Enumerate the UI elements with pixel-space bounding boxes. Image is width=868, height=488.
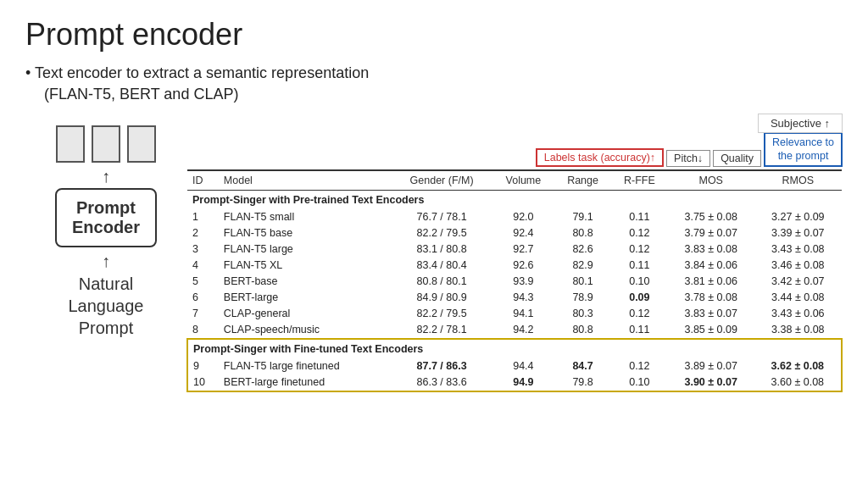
cell-id: 6: [187, 290, 219, 306]
cell-range: 82.6: [554, 241, 611, 258]
cell-rffe: 0.11: [611, 209, 668, 225]
cell-range: 79.8: [554, 374, 611, 391]
cell-mos: 3.89 ± 0.07: [668, 358, 754, 374]
cell-rmos: 3.43 ± 0.08: [754, 241, 842, 258]
cell-rmos: 3.38 ± 0.08: [754, 322, 842, 339]
cell-gender: 83.1 / 80.8: [392, 241, 492, 258]
cell-rffe: 0.12: [611, 241, 668, 258]
cell-id: 8: [187, 322, 219, 339]
cell-mos: 3.83 ± 0.08: [668, 241, 754, 258]
cell-rmos: 3.46 ± 0.08: [754, 258, 842, 274]
cell-volume: 92.0: [492, 209, 554, 225]
rect-box-3: [127, 125, 156, 163]
col-model: Model: [219, 170, 392, 191]
cell-rmos: 3.27 ± 0.09: [754, 209, 842, 225]
table-row: 3 FLAN-T5 large 83.1 / 80.8 92.7 82.6 0.…: [187, 241, 842, 258]
quality-annotation: Quality: [713, 150, 761, 167]
encoder-box: Prompt Encoder: [55, 188, 157, 247]
bullet1: • Text encoder to extract a semantic rep…: [25, 64, 843, 82]
cell-rmos: 3.60 ± 0.08: [754, 374, 842, 391]
cell-id: 3: [187, 241, 219, 258]
cell-model: FLAN-T5 large finetuned: [219, 358, 392, 374]
cell-mos: 3.90 ± 0.07: [668, 374, 754, 391]
cell-volume: 94.9: [492, 374, 554, 391]
cell-id: 1: [187, 209, 219, 225]
cell-model: FLAN-T5 base: [219, 225, 392, 241]
table-row: 2 FLAN-T5 base 82.2 / 79.5 92.4 80.8 0.1…: [187, 225, 842, 241]
cell-id: 7: [187, 306, 219, 322]
cell-rmos: 3.44 ± 0.08: [754, 290, 842, 306]
cell-rffe: 0.12: [611, 225, 668, 241]
cell-range: 78.9: [554, 290, 611, 306]
cell-gender: 86.3 / 83.6: [392, 374, 492, 391]
cell-model: FLAN-T5 small: [219, 209, 392, 225]
encoder-label-line2: Encoder: [72, 218, 140, 236]
cell-volume: 92.4: [492, 225, 554, 241]
cell-volume: 94.3: [492, 290, 554, 306]
cell-volume: 94.4: [492, 358, 554, 374]
table-row: 5 BERT-base 80.8 / 80.1 93.9 80.1 0.10 3…: [187, 274, 842, 290]
table-area: Subjective ↑ Labels task (accuracy)↑ Pit…: [186, 117, 843, 392]
table-row: 4 FLAN-T5 XL 83.4 / 80.4 92.6 82.9 0.11 …: [187, 258, 842, 274]
arrow-down-icon: ↑: [102, 252, 110, 269]
cell-mos: 3.85 ± 0.09: [668, 322, 754, 339]
page-title: Prompt encoder: [25, 17, 843, 53]
cell-gender: 82.2 / 79.5: [392, 306, 492, 322]
table-row: 10 BERT-large finetuned 86.3 / 83.6 94.9…: [187, 374, 842, 391]
cell-mos: 3.75 ± 0.08: [668, 209, 754, 225]
relevance-annotation: Relevance to the prompt: [764, 132, 843, 167]
table-row: 9 FLAN-T5 large finetuned 87.7 / 86.3 94…: [187, 358, 842, 374]
diagram-area: ↑ Prompt Encoder ↑ NaturalLanguagePrompt: [25, 117, 186, 339]
cell-id: 10: [187, 374, 219, 391]
encoder-label-line1: Prompt: [76, 198, 136, 217]
cell-volume: 92.7: [492, 241, 554, 258]
cell-rffe: 0.11: [611, 258, 668, 274]
cell-volume: 93.9: [492, 274, 554, 290]
cell-gender: 83.4 / 80.4: [392, 258, 492, 274]
rect-boxes: [56, 125, 156, 163]
cell-gender: 87.7 / 86.3: [392, 358, 492, 374]
cell-volume: 92.6: [492, 258, 554, 274]
cell-mos: 3.78 ± 0.08: [668, 290, 754, 306]
table-row: 7 CLAP-general 82.2 / 79.5 94.1 80.3 0.1…: [187, 306, 842, 322]
cell-model: CLAP-speech/music: [219, 322, 392, 339]
table-header-row: ID Model Gender (F/M) Volume Range R-FFE…: [187, 170, 842, 191]
cell-rffe: 0.10: [611, 374, 668, 391]
cell-range: 80.3: [554, 306, 611, 322]
col-range: Range: [554, 170, 611, 191]
cell-id: 9: [187, 358, 219, 374]
cell-id: 2: [187, 225, 219, 241]
cell-rffe: 0.09: [611, 290, 668, 306]
cell-model: CLAP-general: [219, 306, 392, 322]
cell-rffe: 0.12: [611, 306, 668, 322]
cell-volume: 94.2: [492, 322, 554, 339]
cell-model: BERT-large: [219, 290, 392, 306]
table-row: 6 BERT-large 84.9 / 80.9 94.3 78.9 0.09 …: [187, 290, 842, 306]
cell-range: 84.7: [554, 358, 611, 374]
cell-range: 80.8: [554, 322, 611, 339]
cell-rmos: 3.42 ± 0.07: [754, 274, 842, 290]
cell-model: FLAN-T5 large: [219, 241, 392, 258]
col-id: ID: [187, 170, 219, 191]
cell-rmos: 3.62 ± 0.08: [754, 358, 842, 374]
labels-task-annotation: Labels task (accuracy)↑: [536, 148, 664, 167]
cell-rffe: 0.10: [611, 274, 668, 290]
cell-gender: 82.2 / 78.1: [392, 322, 492, 339]
cell-model: FLAN-T5 XL: [219, 258, 392, 274]
table-row: 8 CLAP-speech/music 82.2 / 78.1 94.2 80.…: [187, 322, 842, 339]
arrow-up-icon: ↑: [102, 168, 110, 185]
cell-mos: 3.84 ± 0.06: [668, 258, 754, 274]
subjective-label: Subjective ↑: [758, 114, 843, 133]
cell-mos: 3.79 ± 0.07: [668, 225, 754, 241]
section2-header-row: Prompt-Singer with Fine-tuned Text Encod…: [187, 339, 842, 358]
rect-box-2: [92, 125, 120, 163]
col-rffe: R-FFE: [611, 170, 668, 191]
section1-header-row: Prompt-Singer with Pre-trained Text Enco…: [187, 190, 842, 209]
cell-range: 80.1: [554, 274, 611, 290]
cell-volume: 94.1: [492, 306, 554, 322]
rect-box-1: [56, 125, 85, 163]
cell-gender: 82.2 / 79.5: [392, 225, 492, 241]
pitch-annotation: Pitch↓: [666, 150, 710, 167]
cell-model: BERT-large finetuned: [219, 374, 392, 391]
cell-rffe: 0.12: [611, 358, 668, 374]
